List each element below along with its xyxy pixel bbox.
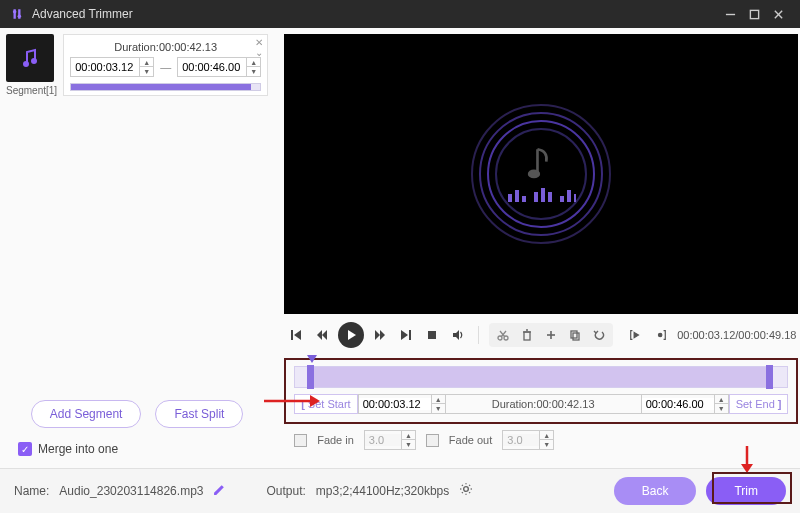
- timeline-panel: [Set Start ▲▼ Duration:00:00:42.13 ▲▼ Se…: [284, 358, 798, 424]
- fade-out-input[interactable]: [503, 434, 539, 446]
- segments-panel: Segment[1] ✕ ⌄ Duration:00:00:42.13 ▲▼ —: [0, 28, 274, 468]
- stop-button[interactable]: [422, 325, 442, 345]
- timecode-label: 00:00:03.12/00:00:49.18: [677, 329, 796, 341]
- bracket-in-button[interactable]: [625, 325, 645, 345]
- forward-button[interactable]: [370, 325, 390, 345]
- skip-start-button[interactable]: [286, 325, 306, 345]
- output-label: Output:: [266, 484, 305, 498]
- svg-rect-14: [548, 192, 552, 202]
- app-logo-icon: [10, 7, 24, 21]
- svg-marker-28: [453, 330, 459, 340]
- maximize-button[interactable]: [742, 2, 766, 26]
- svg-marker-23: [375, 330, 380, 340]
- add-marker-button[interactable]: [541, 325, 561, 345]
- window-title: Advanced Trimmer: [32, 7, 133, 21]
- svg-rect-16: [567, 190, 571, 202]
- fade-row: Fade in ▲▼ Fade out ▲▼: [274, 426, 800, 454]
- undo-button[interactable]: [589, 325, 609, 345]
- playhead-icon[interactable]: [307, 355, 317, 363]
- svg-rect-12: [534, 192, 538, 202]
- chevron-up-icon[interactable]: ▲: [432, 395, 445, 404]
- segment-duration-label: Duration:00:00:42.13: [70, 41, 261, 53]
- set-end-button[interactable]: Set End]: [729, 394, 789, 414]
- cut-button[interactable]: [493, 325, 513, 345]
- fade-out-label: Fade out: [449, 434, 492, 446]
- set-start-button[interactable]: [Set Start: [294, 394, 357, 414]
- svg-rect-26: [409, 330, 411, 340]
- volume-button[interactable]: [448, 325, 468, 345]
- chevron-down-icon[interactable]: ▼: [540, 440, 553, 449]
- svg-rect-27: [428, 331, 436, 339]
- fade-out-spinner[interactable]: ▲▼: [502, 430, 554, 450]
- fade-in-checkbox[interactable]: [294, 434, 307, 447]
- close-button[interactable]: [766, 2, 790, 26]
- copy-button[interactable]: [565, 325, 585, 345]
- chevron-down-icon[interactable]: ▼: [432, 404, 445, 413]
- trim-handle-left[interactable]: [307, 365, 314, 389]
- chevron-up-icon[interactable]: ▲: [540, 431, 553, 440]
- svg-rect-3: [750, 10, 758, 18]
- segment-end-spinner[interactable]: ▲▼: [177, 57, 261, 77]
- trim-handle-right[interactable]: [766, 365, 773, 389]
- add-segment-button[interactable]: Add Segment: [31, 400, 142, 428]
- segment-duration-box: ✕ ⌄ Duration:00:00:42.13 ▲▼ — ▲▼: [63, 34, 268, 96]
- svg-rect-17: [574, 194, 576, 202]
- chevron-down-icon[interactable]: ▼: [247, 67, 260, 76]
- bracket-out-button[interactable]: [651, 325, 671, 345]
- chevron-up-icon[interactable]: ▲: [140, 58, 153, 67]
- timeline-end-spinner[interactable]: ▲▼: [641, 394, 729, 414]
- svg-rect-9: [508, 194, 512, 202]
- chevron-up-icon[interactable]: ▲: [402, 431, 415, 440]
- segment-thumbnail[interactable]: [6, 34, 54, 82]
- chevron-down-icon[interactable]: ▼: [140, 67, 153, 76]
- footer-bar: Name: Audio_230203114826.mp3 Output: mp3…: [0, 468, 800, 512]
- merge-label: Merge into one: [38, 442, 118, 456]
- chevron-down-icon[interactable]: ▼: [402, 440, 415, 449]
- skip-end-button[interactable]: [396, 325, 416, 345]
- edit-name-icon[interactable]: [213, 483, 226, 499]
- svg-rect-15: [560, 196, 564, 202]
- rewind-button[interactable]: [312, 325, 332, 345]
- segment-end-input[interactable]: [178, 61, 246, 73]
- merge-checkbox[interactable]: ✓: [18, 442, 32, 456]
- chevron-up-icon[interactable]: ▲: [715, 395, 728, 404]
- segment-label: Segment[1]: [6, 85, 57, 96]
- fade-in-input[interactable]: [365, 434, 401, 446]
- audio-artwork-icon: [471, 104, 611, 244]
- svg-rect-33: [524, 332, 530, 340]
- fade-out-checkbox[interactable]: [426, 434, 439, 447]
- play-button[interactable]: [338, 322, 364, 348]
- svg-rect-38: [571, 331, 577, 338]
- output-value: mp3;2;44100Hz;320kbps: [316, 484, 449, 498]
- output-settings-icon[interactable]: [459, 482, 473, 499]
- back-button[interactable]: Back: [614, 477, 697, 505]
- fade-in-label: Fade in: [317, 434, 354, 446]
- timeline-start-spinner[interactable]: ▲▼: [358, 394, 446, 414]
- segment-collapse-icon[interactable]: ⌄: [255, 49, 263, 57]
- timeline-end-input[interactable]: [642, 398, 714, 410]
- timeline-start-input[interactable]: [359, 398, 431, 410]
- fade-in-spinner[interactable]: ▲▼: [364, 430, 416, 450]
- svg-rect-13: [541, 188, 545, 202]
- svg-rect-11: [522, 196, 526, 202]
- chevron-up-icon[interactable]: ▲: [247, 58, 260, 67]
- svg-point-1: [18, 15, 21, 18]
- minimize-button[interactable]: [718, 2, 742, 26]
- player-controls: 00:00:03.12/00:00:49.18: [274, 314, 800, 356]
- segment-mini-track[interactable]: [70, 83, 261, 91]
- timeline-duration-label: Duration:00:00:42.13: [446, 394, 641, 414]
- segment-close-icon[interactable]: ✕: [255, 39, 263, 47]
- svg-rect-18: [291, 330, 293, 340]
- segment-start-spinner[interactable]: ▲▼: [70, 57, 154, 77]
- segment-start-input[interactable]: [71, 61, 139, 73]
- svg-marker-25: [401, 330, 408, 340]
- svg-point-7: [31, 58, 37, 64]
- svg-point-42: [464, 487, 469, 492]
- svg-marker-19: [294, 330, 301, 340]
- preview-area: [284, 34, 798, 314]
- fast-split-button[interactable]: Fast Split: [155, 400, 243, 428]
- trim-button[interactable]: Trim: [706, 477, 786, 505]
- timeline-track[interactable]: [294, 366, 788, 388]
- chevron-down-icon[interactable]: ▼: [715, 404, 728, 413]
- delete-button[interactable]: [517, 325, 537, 345]
